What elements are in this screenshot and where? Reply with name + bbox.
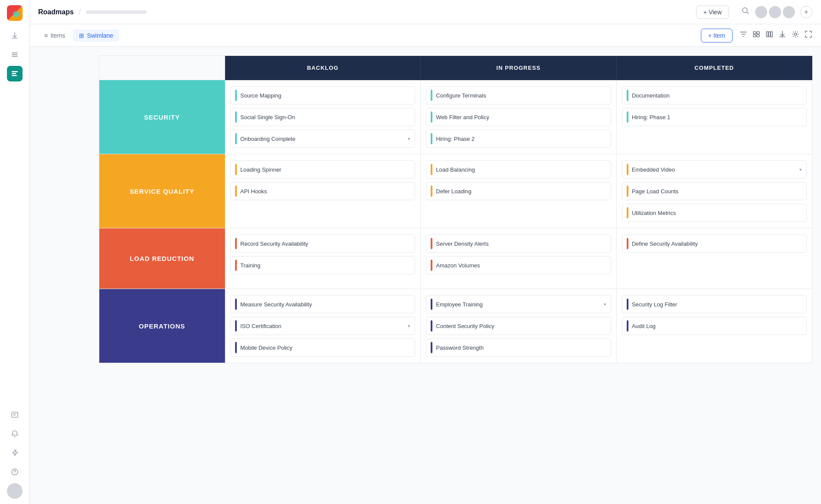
- card-item[interactable]: Page Load Counts: [622, 182, 807, 200]
- card-dot: [235, 164, 237, 175]
- swimlane-label-operations: OPERATIONS: [99, 289, 225, 363]
- card-dot: [627, 207, 628, 218]
- card-dot: [431, 90, 432, 101]
- card-text: Password Strength: [436, 345, 606, 351]
- swimlane-label-security: SECURITY: [99, 80, 225, 154]
- card-dot: [431, 164, 432, 175]
- card-item[interactable]: Amazon Volumes: [426, 256, 611, 274]
- collaborator-avatar-1: [755, 6, 767, 18]
- columns-icon[interactable]: [765, 30, 773, 40]
- card-item[interactable]: Load Balancing: [426, 160, 611, 179]
- breadcrumb-separator: /: [79, 8, 81, 16]
- add-collaborator-button[interactable]: +: [800, 6, 812, 18]
- card-text: Utilization Metrics: [632, 210, 802, 216]
- card-item[interactable]: Web Filter and Policy: [426, 108, 611, 126]
- sidebar-icon-contact[interactable]: [7, 407, 23, 423]
- card-item[interactable]: Documentation: [622, 86, 807, 104]
- svg-point-11: [742, 8, 747, 13]
- card-item[interactable]: Social Single Sign-On: [230, 108, 415, 126]
- view-button[interactable]: + View: [696, 6, 729, 19]
- search-icon[interactable]: [741, 7, 750, 17]
- card-dot: [431, 342, 432, 353]
- swimlane-board: BACKLOG IN PROGRESS COMPLETED SECURITYSo…: [99, 55, 812, 363]
- card-item[interactable]: Source Mapping: [230, 86, 415, 104]
- card-text: Load Balancing: [436, 166, 606, 173]
- items-tab-icon: ≡: [44, 32, 48, 39]
- card-text: Social Single Sign-On: [240, 114, 410, 120]
- tab-items[interactable]: ≡ Items: [38, 29, 71, 42]
- swimlane-title-load-reduction: LOAD REDUCTION: [130, 255, 194, 262]
- card-dot: [235, 260, 237, 271]
- cell-load-reduction-completed: Define Security Availability: [617, 228, 812, 289]
- cell-service-quality-backlog: Loading SpinnerAPI Hooks: [225, 154, 421, 228]
- sidebar-icon-roadmap[interactable]: [7, 66, 23, 81]
- card-text: Server Density Alerts: [436, 241, 606, 247]
- svg-point-10: [14, 473, 15, 474]
- card-dot: [235, 238, 237, 249]
- card-text: Audit Log: [632, 323, 802, 329]
- cell-service-quality-in_progress: Load BalancingDefer Loading: [421, 154, 616, 228]
- card-item[interactable]: Training: [230, 256, 415, 274]
- app-logo[interactable]: [7, 5, 23, 21]
- sidebar-icon-list[interactable]: [7, 47, 23, 62]
- card-dot: [627, 320, 628, 332]
- svg-rect-2: [12, 52, 18, 53]
- card-text: API Hooks: [240, 188, 410, 195]
- card-item[interactable]: Password Strength: [426, 338, 611, 357]
- card-item[interactable]: Content Security Policy: [426, 317, 611, 335]
- card-item[interactable]: Employee Training▾: [426, 295, 611, 313]
- main-area: Roadmaps / + View + ≡ Items ⊞ Swimlane +…: [29, 0, 821, 504]
- card-dot: [431, 299, 432, 310]
- card-item[interactable]: Server Density Alerts: [426, 234, 611, 253]
- header: Roadmaps / + View +: [29, 0, 821, 24]
- card-text: Embedded Video: [632, 166, 796, 173]
- card-item[interactable]: Defer Loading: [426, 182, 611, 200]
- group-icon[interactable]: [752, 30, 760, 40]
- card-item[interactable]: Record Security Availability: [230, 234, 415, 253]
- card-item[interactable]: Define Security Availability: [622, 234, 807, 253]
- card-item[interactable]: Loading Spinner: [230, 160, 415, 179]
- card-item[interactable]: Hiring: Phase 2: [426, 130, 611, 148]
- card-item[interactable]: Hiring: Phase 1: [622, 108, 807, 126]
- svg-point-1: [13, 11, 19, 17]
- sidebar: [0, 0, 29, 504]
- card-item[interactable]: Security Log Filter: [622, 295, 807, 313]
- cell-load-reduction-backlog: Record Security AvailabilityTraining: [225, 228, 421, 289]
- sidebar-icon-download[interactable]: [7, 28, 23, 43]
- cell-load-reduction-in_progress: Server Density AlertsAmazon Volumes: [421, 228, 616, 289]
- toolbar-actions: [739, 30, 812, 40]
- sidebar-icon-lightning[interactable]: [7, 445, 23, 461]
- card-item[interactable]: Utilization Metrics: [622, 204, 807, 222]
- sidebar-icon-bell[interactable]: [7, 426, 23, 442]
- card-text: Source Mapping: [240, 92, 410, 99]
- filter-icon[interactable]: [739, 30, 747, 40]
- add-item-button[interactable]: + Item: [701, 29, 733, 42]
- settings-icon[interactable]: [792, 30, 799, 40]
- card-item[interactable]: Audit Log: [622, 317, 807, 335]
- card-chevron-icon: ▾: [408, 136, 410, 142]
- board-container: BACKLOG IN PROGRESS COMPLETED SECURITYSo…: [29, 47, 821, 504]
- card-item[interactable]: Mobile Device Policy: [230, 338, 415, 357]
- card-chevron-icon: ▾: [408, 323, 410, 329]
- user-avatar[interactable]: [7, 483, 23, 499]
- card-item[interactable]: ISO Certification▾: [230, 317, 415, 335]
- tab-swimlane[interactable]: ⊞ Swimlane: [73, 29, 119, 42]
- fullscreen-icon[interactable]: [805, 30, 812, 40]
- card-text: Page Load Counts: [632, 188, 802, 195]
- export-icon[interactable]: [778, 30, 786, 40]
- swimlane-tab-icon: ⊞: [79, 32, 84, 39]
- card-item[interactable]: Measure Security Availability: [230, 295, 415, 313]
- card-text: Content Security Policy: [436, 323, 606, 329]
- svg-rect-12: [753, 32, 756, 34]
- items-tab-label: Items: [50, 32, 65, 39]
- cell-security-in_progress: Configure TerminalsWeb Filter and Policy…: [421, 80, 616, 154]
- card-item[interactable]: API Hooks: [230, 182, 415, 200]
- swimlane-tab-label: Swimlane: [87, 32, 113, 39]
- card-item[interactable]: Configure Terminals: [426, 86, 611, 104]
- card-item[interactable]: Embedded Video▾: [622, 160, 807, 179]
- card-dot: [627, 299, 628, 310]
- card-dot: [431, 260, 432, 271]
- cell-security-backlog: Source MappingSocial Single Sign-OnOnboa…: [225, 80, 421, 154]
- sidebar-icon-help[interactable]: [7, 464, 23, 480]
- card-item[interactable]: Onboarding Complete▾: [230, 130, 415, 148]
